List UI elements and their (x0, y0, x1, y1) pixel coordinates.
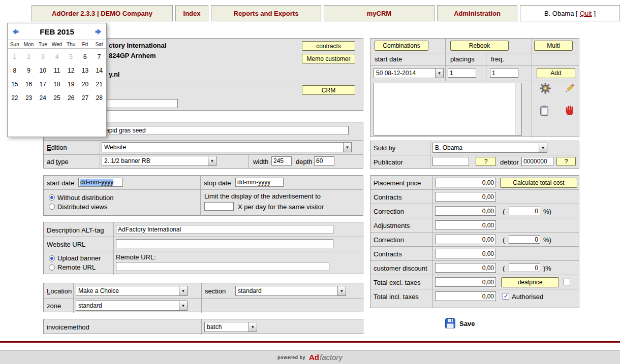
sold-by-select[interactable]: B. Obama (432, 143, 547, 153)
nav-item-mycrm[interactable]: myCRM (324, 5, 435, 21)
save-button[interactable]: Save (445, 318, 475, 328)
nav-item-index[interactable]: Index (175, 5, 208, 21)
calendar-date[interactable]: 25 (50, 91, 64, 105)
calendar-next-button[interactable] (95, 27, 103, 36)
dealprice-checkbox[interactable] (564, 279, 570, 285)
publicator-lookup-button[interactable]: ? (476, 157, 496, 166)
divider (44, 140, 363, 141)
calendar-date[interactable]: 8 (8, 64, 22, 78)
edition-label: Edition (47, 144, 67, 151)
website-url-input[interactable] (116, 239, 333, 248)
divider (370, 53, 579, 53)
pricing-row: customer discount ( )% (370, 261, 579, 275)
calendar-date[interactable]: 27 (78, 91, 92, 105)
crm-button[interactable]: CRM (302, 85, 355, 95)
start-date-input[interactable]: dd-mm-yyyy (78, 178, 123, 187)
adjustments-input[interactable] (435, 220, 496, 230)
quit-link[interactable]: Quit (580, 10, 592, 17)
calendar-date[interactable]: 21 (92, 78, 106, 91)
calendar-date[interactable]: 16 (22, 78, 36, 91)
memo-customer-button[interactable]: Memo customer (302, 54, 355, 63)
stop-date-input[interactable] (235, 178, 284, 187)
dealprice-button[interactable]: dealprice (501, 277, 559, 287)
product-name-input[interactable] (102, 126, 349, 135)
contracts-input[interactable] (435, 192, 496, 202)
calendar-date[interactable]: 17 (36, 78, 50, 91)
calendar-date[interactable]: 6 (78, 50, 92, 64)
dates-panel: start date dd-mm-yyyy stop date Without … (43, 175, 363, 216)
multi-button[interactable]: Multi (534, 41, 573, 51)
edition-select[interactable]: Website (102, 142, 352, 152)
pencil-icon[interactable] (564, 82, 576, 94)
without-distribution-radio[interactable] (49, 194, 55, 201)
authorised-checkbox[interactable] (503, 293, 509, 300)
pricing-row: Correction ( %) (370, 233, 579, 247)
limit-count-input[interactable] (204, 202, 234, 211)
upload-banner-radio[interactable] (49, 255, 55, 261)
total-incl-taxes-input[interactable] (435, 291, 496, 301)
contracts2-input[interactable] (435, 249, 496, 258)
calendar-date[interactable]: 23 (22, 91, 36, 105)
calendar-date[interactable]: 24 (36, 91, 50, 105)
calendar-date[interactable]: 19 (64, 78, 78, 91)
calendar-date[interactable]: 15 (8, 78, 22, 91)
calendar-date[interactable]: 11 (50, 64, 64, 78)
contracts-button[interactable]: contracts (302, 41, 355, 51)
calendar-date[interactable]: 22 (8, 91, 22, 105)
freq-input[interactable] (490, 69, 518, 78)
calendar-date[interactable]: 28 (92, 91, 106, 105)
calendar-date[interactable]: 9 (22, 64, 36, 78)
debtor-input[interactable] (521, 157, 553, 166)
remote-url-input[interactable] (116, 262, 329, 271)
add-button[interactable]: Add (537, 68, 575, 78)
combinations-button[interactable]: Combinations (375, 41, 428, 51)
calendar-date[interactable]: 18 (50, 78, 64, 91)
placings-listbox[interactable] (374, 83, 522, 136)
nav-item-adorder[interactable]: AdOrder 2.3.3 | DEMO Company (32, 5, 173, 21)
correction-pct-input[interactable] (509, 207, 540, 215)
nav-item-reports[interactable]: Reports and Exports (211, 5, 321, 21)
calendar-prev-button[interactable] (11, 27, 19, 36)
placement-price-input[interactable] (435, 178, 496, 187)
calendar-date[interactable]: 26 (64, 91, 78, 105)
nav-item-administration[interactable]: Administration (437, 5, 517, 21)
calendar-date[interactable]: 13 (78, 64, 92, 78)
publicator-input[interactable] (432, 157, 469, 166)
invoicemethod-select[interactable]: batch (204, 322, 257, 332)
width-input[interactable] (271, 156, 292, 166)
calendar-date: 2 (22, 50, 36, 64)
stop-icon[interactable] (564, 105, 576, 117)
rebook-button[interactable]: Rebook (450, 41, 509, 51)
alt-tag-input[interactable] (116, 225, 333, 234)
remote-url-radio[interactable] (49, 264, 55, 271)
depth-input[interactable] (314, 156, 334, 166)
clipboard-icon[interactable] (538, 105, 550, 117)
calendar-date[interactable]: 7 (92, 50, 106, 64)
correction2-pct-input[interactable] (509, 235, 540, 244)
booking-start-date-select[interactable]: 50 08-12-2014 (374, 68, 444, 78)
calendar-date: 4 (50, 50, 64, 64)
placings-input[interactable] (448, 69, 476, 78)
pricing-row: Contracts (370, 190, 579, 204)
gear-icon[interactable] (539, 82, 551, 94)
calendar-date[interactable]: 14 (92, 64, 106, 78)
ad-type-label: ad type (47, 158, 69, 166)
debtor-lookup-button[interactable]: ? (556, 157, 576, 166)
sold-by-value: B. Obama (433, 143, 539, 152)
listbox-scrollbar[interactable] (515, 83, 521, 135)
calendar-date[interactable]: 20 (78, 78, 92, 91)
ad-type-select[interactable]: 2. 1/2 banner RB (102, 156, 216, 166)
calendar-date[interactable]: 12 (64, 64, 78, 78)
customer-discount-input[interactable] (435, 263, 496, 273)
customer-discount-pct-input[interactable] (509, 263, 540, 272)
distributed-views-radio[interactable] (49, 204, 55, 210)
zone-select[interactable]: standard (76, 301, 188, 311)
calendar-date[interactable]: 10 (36, 64, 50, 78)
correction-input[interactable] (435, 206, 496, 216)
section-select[interactable]: standard (235, 286, 346, 296)
calendar-header: FEB 2015 (8, 23, 106, 40)
calculate-total-cost-button[interactable]: Calculate total cost (500, 178, 577, 188)
total-excl-taxes-input[interactable] (435, 277, 496, 287)
location-select[interactable]: Make a Choice (76, 286, 188, 296)
correction2-input[interactable] (435, 235, 496, 244)
